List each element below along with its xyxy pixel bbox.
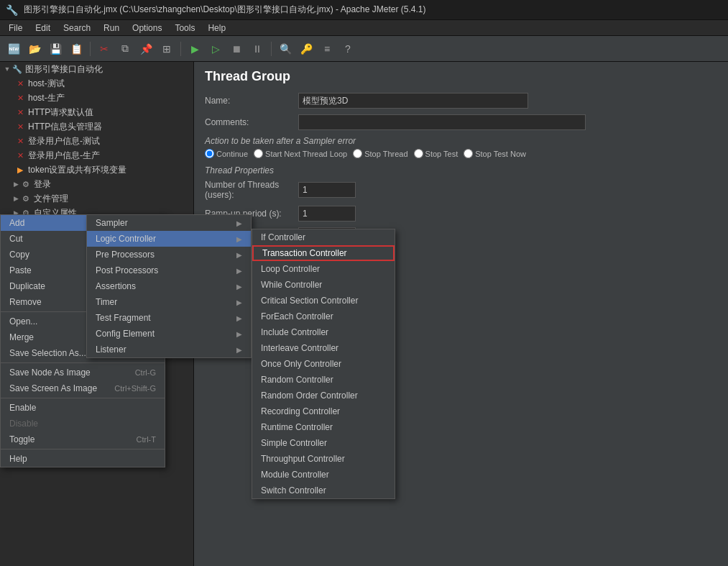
menu-options[interactable]: Options bbox=[126, 22, 167, 35]
menu-tools[interactable]: Tools bbox=[169, 22, 201, 35]
threads-input[interactable] bbox=[298, 182, 356, 198]
ctx-add-timer[interactable]: Timer ▶ bbox=[87, 294, 251, 310]
tree-item-8[interactable]: ▶ ⚙ 文件管理 bbox=[0, 191, 193, 206]
tree-label-8: 文件管理 bbox=[34, 193, 68, 205]
ctx-add-assertions[interactable]: Assertions ▶ bbox=[87, 278, 251, 294]
tree-icon-7: ⚙ bbox=[20, 178, 32, 190]
ctx-add-testfrag[interactable]: Test Fragment ▶ bbox=[87, 310, 251, 326]
ctx-runtime-controller[interactable]: Runtime Controller bbox=[252, 419, 395, 435]
toolbar-save[interactable]: 💾 bbox=[46, 40, 65, 58]
tree-item-3[interactable]: ✕ HTTP信息头管理器 bbox=[0, 119, 193, 134]
toolbar-stop2[interactable]: ⏸ bbox=[248, 40, 267, 58]
tree-label-2: HTTP请求默认值 bbox=[28, 106, 93, 119]
tree-icon-1: ✕ bbox=[14, 92, 26, 104]
ctx-module-controller[interactable]: Module Controller bbox=[252, 467, 395, 483]
radio-stop-test[interactable]: Stop Test bbox=[414, 149, 459, 158]
ctx-add-sampler[interactable]: Sampler ▶ bbox=[87, 215, 251, 231]
ctx-add-pre[interactable]: Pre Processors ▶ bbox=[87, 247, 251, 263]
name-row: Name: bbox=[205, 93, 717, 109]
ctx-add-config[interactable]: Config Element ▶ bbox=[87, 326, 251, 342]
tree-root-icon: 🔧 bbox=[11, 63, 23, 75]
ctx-save-screen[interactable]: Save Screen As Image Ctrl+Shift-G bbox=[1, 380, 165, 396]
toolbar-new[interactable]: 🆕 bbox=[4, 40, 23, 58]
ctx-transaction-controller[interactable]: Transaction Controller bbox=[252, 245, 395, 261]
ctx-recording-controller[interactable]: Recording Controller bbox=[252, 403, 395, 419]
toolbar-open[interactable]: 📂 bbox=[25, 40, 44, 58]
toolbar-sep-1 bbox=[90, 42, 91, 56]
toolbar-sep-3 bbox=[271, 42, 272, 56]
ctx-once-only[interactable]: Once Only Controller bbox=[252, 356, 395, 372]
radio-next-thread[interactable]: Start Next Thread Loop bbox=[254, 149, 347, 158]
ctx-sep-3 bbox=[1, 398, 165, 398]
name-input[interactable] bbox=[298, 93, 528, 109]
ctx-sampler-arrow: ▶ bbox=[236, 219, 242, 227]
ctx-add-logic[interactable]: Logic Controller ▶ bbox=[87, 231, 251, 247]
ctx-throughput-controller[interactable]: Throughput Controller bbox=[252, 451, 395, 467]
menu-file[interactable]: File bbox=[3, 22, 28, 35]
ramp-row: Ramp-up period (s): bbox=[205, 206, 717, 222]
tree-item-7[interactable]: ▶ ⚙ 登录 bbox=[0, 177, 193, 191]
tree-item-1[interactable]: ✕ host-生产 bbox=[0, 91, 193, 105]
menu-help[interactable]: Help bbox=[202, 22, 231, 35]
ramp-input[interactable] bbox=[298, 206, 356, 222]
ctx-disable: Disable bbox=[1, 416, 165, 432]
threads-row: Number of Threads (users): bbox=[205, 180, 717, 200]
title-icon: 🔧 bbox=[6, 4, 18, 16]
menu-edit[interactable]: Edit bbox=[29, 22, 56, 35]
toolbar-run2[interactable]: ▷ bbox=[206, 40, 225, 58]
ctx-switch-controller[interactable]: Switch Controller bbox=[252, 483, 395, 498]
toolbar-paste[interactable]: 📌 bbox=[137, 40, 155, 58]
tree-label-1: host-生产 bbox=[28, 92, 65, 104]
tree-item-5[interactable]: ✕ 登录用户信息-生产 bbox=[0, 148, 193, 163]
tree-item-2[interactable]: ✕ HTTP请求默认值 bbox=[0, 105, 193, 119]
action-section-title: Action to be taken after a Sampler error bbox=[205, 136, 717, 146]
ctx-simple-controller[interactable]: Simple Controller bbox=[252, 435, 395, 451]
toolbar-help[interactable]: ? bbox=[338, 40, 357, 58]
tree-item-6[interactable]: ▶ token设置成共有环境变量 bbox=[0, 163, 193, 177]
ctx-interleave-controller[interactable]: Interleave Controller bbox=[252, 340, 395, 356]
ctx-loop-controller[interactable]: Loop Controller bbox=[252, 261, 395, 277]
ctx-save-node[interactable]: Save Node As Image Ctrl-G bbox=[1, 365, 165, 380]
ctx-pre-arrow: ▶ bbox=[236, 251, 242, 259]
toolbar-run[interactable]: ▶ bbox=[185, 40, 204, 58]
toolbar-copy[interactable]: ⧉ bbox=[116, 40, 134, 58]
radio-continue[interactable]: Continue bbox=[205, 149, 248, 158]
tree-icon-4: ✕ bbox=[14, 135, 26, 147]
menu-search[interactable]: Search bbox=[57, 22, 96, 35]
tree-item-4[interactable]: ✕ 登录用户信息-测试 bbox=[0, 134, 193, 148]
tree-root[interactable]: ▼ 🔧 图形引擎接口自动化 bbox=[0, 62, 193, 76]
ctx-random-order[interactable]: Random Order Controller bbox=[252, 388, 395, 403]
tree-icon-6: ▶ bbox=[14, 164, 26, 175]
toolbar-clear[interactable]: 🔍 bbox=[276, 40, 295, 58]
action-radio-group: Continue Start Next Thread Loop Stop Thr… bbox=[205, 149, 717, 158]
ctx-if-controller[interactable]: If Controller bbox=[252, 229, 395, 245]
tree-label-7: 登录 bbox=[34, 178, 51, 191]
tree-icon-0: ✕ bbox=[14, 78, 26, 89]
ctx-while-controller[interactable]: While Controller bbox=[252, 277, 395, 293]
toolbar-cut[interactable]: ✂ bbox=[95, 40, 114, 58]
ctx-add-post[interactable]: Post Processors ▶ bbox=[87, 263, 251, 278]
ctx-critical-section[interactable]: Critical Section Controller bbox=[252, 293, 395, 309]
ctx-enable[interactable]: Enable bbox=[1, 400, 165, 416]
tree-label-3: HTTP信息头管理器 bbox=[28, 121, 102, 133]
toolbar-remote[interactable]: 🔑 bbox=[297, 40, 315, 58]
menu-run[interactable]: Run bbox=[98, 22, 125, 35]
tree-root-label: 图形引擎接口自动化 bbox=[25, 63, 103, 76]
radio-stop-test-now[interactable]: Stop Test Now bbox=[464, 149, 526, 158]
toolbar-save2[interactable]: 📋 bbox=[67, 40, 86, 58]
tree-root-arrow: ▼ bbox=[3, 65, 11, 73]
tree-item-0[interactable]: ✕ host-测试 bbox=[0, 76, 193, 91]
radio-stop-thread[interactable]: Stop Thread bbox=[353, 149, 407, 158]
ctx-toggle[interactable]: Toggle Ctrl-T bbox=[1, 432, 165, 447]
ctx-include-controller[interactable]: Include Controller bbox=[252, 324, 395, 340]
toolbar-template[interactable]: ≡ bbox=[318, 40, 336, 58]
ctx-random-controller[interactable]: Random Controller bbox=[252, 372, 395, 388]
tree-arrow-8: ▶ bbox=[11, 194, 20, 203]
ctx-timer-arrow: ▶ bbox=[236, 298, 242, 306]
ctx-add-listener[interactable]: Listener ▶ bbox=[87, 342, 251, 357]
comments-input[interactable] bbox=[298, 114, 586, 130]
toolbar-stop[interactable]: ⏹ bbox=[227, 40, 246, 58]
ctx-foreach-controller[interactable]: ForEach Controller bbox=[252, 309, 395, 324]
toolbar-expand[interactable]: ⊞ bbox=[157, 40, 176, 58]
ctx-help[interactable]: Help bbox=[1, 451, 165, 467]
